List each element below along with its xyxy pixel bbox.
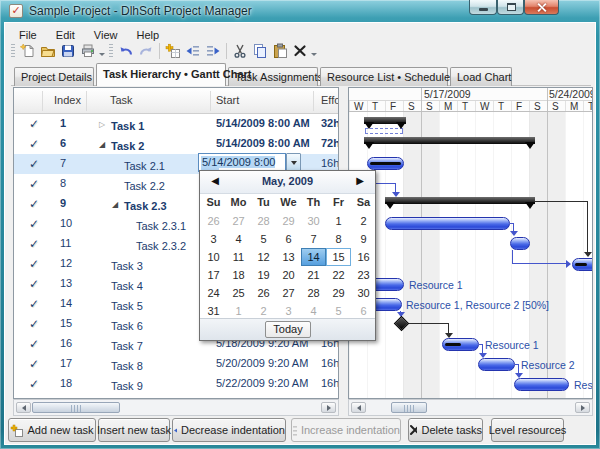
task-name-cell[interactable]: Task 2.2 [112, 177, 124, 189]
task-name-cell[interactable]: Task 6 [99, 317, 111, 329]
task-start[interactable]: 5/14/2009 8:00 AM [216, 137, 310, 149]
task-name-cell[interactable]: Task 2.3 [112, 197, 124, 210]
calendar-day[interactable]: 25 [226, 284, 251, 302]
calendar-day[interactable]: 20 [276, 266, 301, 284]
calendar-day[interactable]: 2 [351, 212, 376, 230]
calendar-day[interactable]: 13 [276, 248, 301, 266]
calendar-day[interactable]: 11 [226, 248, 251, 266]
column-divider[interactable] [313, 91, 314, 111]
column-divider[interactable] [86, 91, 87, 111]
gantt-bar[interactable] [478, 358, 515, 371]
calendar-day[interactable]: 17 [201, 266, 226, 284]
tree-expander-icon[interactable] [99, 117, 111, 130]
calendar-next-icon[interactable]: ▶ [352, 175, 368, 189]
column-divider[interactable] [42, 91, 43, 111]
column-header-start[interactable]: Start [216, 94, 239, 106]
task-name-cell[interactable]: Task 7 [99, 337, 111, 349]
column-header-task[interactable]: Task [110, 94, 133, 106]
open-project-icon[interactable] [38, 41, 58, 61]
calendar-day[interactable]: 9 [351, 230, 376, 248]
level-resources-button[interactable]: Level resources [491, 418, 564, 442]
calendar-day[interactable]: 15 [326, 248, 351, 266]
add-new-task-button[interactable]: Add new task [8, 418, 96, 442]
calendar-day[interactable]: 5 [251, 230, 276, 248]
task-name-cell[interactable]: Task 9 [99, 377, 111, 389]
column-header-effort[interactable]: Effort [321, 94, 339, 106]
calendar-day[interactable]: 29 [326, 284, 351, 302]
calendar-day[interactable]: 22 [326, 266, 351, 284]
add-task-icon[interactable] [163, 41, 183, 61]
calendar-day[interactable]: 23 [351, 266, 376, 284]
scroll-left-icon[interactable] [16, 402, 31, 413]
scroll-right-icon[interactable] [575, 402, 590, 413]
task-start[interactable]: 5/14/2009 8:00 AM [216, 117, 310, 129]
tree-expander-icon[interactable] [112, 197, 124, 210]
task-name-cell[interactable]: Task 2.3.2 [124, 237, 136, 249]
table-row[interactable]: 1 Task 1 5/14/2009 8:00 AM 32h [14, 114, 338, 134]
maximize-button[interactable] [497, 0, 524, 15]
minimize-button[interactable] [469, 0, 497, 15]
delete-tasks-button[interactable]: Delete tasks [408, 418, 483, 442]
task-effort[interactable]: 32h [321, 117, 339, 129]
task-start[interactable]: 5/22/2009 9:20 AM [216, 377, 308, 389]
title-bar[interactable]: Sample Project - DlhSoft Project Manager [0, 0, 600, 22]
task-effort[interactable]: 72h [321, 137, 339, 149]
paste-icon[interactable] [270, 41, 290, 61]
tab-task-hierarchy-gantt[interactable]: Task Hierarchy • Gantt Chart [96, 63, 226, 86]
task-name-cell[interactable]: Task 4 [99, 277, 111, 289]
calendar-day[interactable]: 24 [201, 284, 226, 302]
scrollbar-thumb[interactable] [32, 402, 120, 413]
tab-load-chart[interactable]: Load Chart [450, 67, 512, 86]
task-name-cell[interactable]: Task 8 [99, 357, 111, 369]
calendar-day[interactable]: 18 [226, 266, 251, 284]
tab-resource-list-schedule[interactable]: Resource List • Schedule Chart [320, 67, 448, 86]
gantt-bar[interactable] [364, 117, 406, 124]
calendar-day[interactable]: 10 [201, 248, 226, 266]
gantt-bar[interactable] [514, 378, 569, 391]
delete-icon[interactable] [290, 41, 310, 61]
calendar-day[interactable]: 6 [276, 230, 301, 248]
calendar-day[interactable]: 26 [201, 212, 226, 230]
calendar-day[interactable]: 14 [301, 248, 326, 266]
task-name-cell[interactable]: Task 2.3.1 [124, 217, 136, 229]
undo-icon[interactable] [116, 41, 136, 61]
tree-expander-icon[interactable] [99, 137, 111, 150]
increase-indentation-button[interactable]: Increase indentation [291, 418, 401, 442]
calendar-day[interactable]: 27 [276, 284, 301, 302]
task-name-cell[interactable]: Task 2.1 [112, 157, 124, 169]
today-button[interactable]: Today [265, 321, 311, 338]
decrease-indent-icon[interactable] [183, 41, 203, 61]
chart-horizontal-scrollbar[interactable] [348, 399, 593, 416]
calendar-day[interactable]: 19 [251, 266, 276, 284]
calendar-day[interactable]: 12 [251, 248, 276, 266]
table-row[interactable]: 17 Task 8 5/20/2009 9:20 AM 16h [14, 354, 338, 374]
print-options-dropdown-icon[interactable] [98, 42, 105, 60]
calendar-day[interactable]: 30 [351, 284, 376, 302]
gantt-bar[interactable] [385, 217, 510, 230]
task-effort[interactable]: 16h [321, 157, 339, 169]
cut-icon[interactable] [230, 41, 250, 61]
insert-new-task-button[interactable]: Insert new task [98, 418, 170, 442]
scroll-right-icon[interactable] [321, 402, 336, 413]
redo-icon[interactable] [136, 41, 156, 61]
new-document-icon[interactable] [18, 41, 38, 61]
print-icon[interactable] [78, 41, 98, 61]
column-divider[interactable] [210, 91, 211, 111]
calendar-day[interactable]: 28 [251, 212, 276, 230]
calendar-day[interactable]: 3 [201, 230, 226, 248]
calendar-day[interactable]: 29 [276, 212, 301, 230]
close-button[interactable] [524, 0, 559, 15]
calendar-day[interactable]: 28 [301, 284, 326, 302]
gantt-bar[interactable] [510, 237, 530, 250]
task-name-cell[interactable]: Task 2 [99, 137, 111, 150]
save-icon[interactable] [58, 41, 78, 61]
calendar-day[interactable]: 7 [301, 230, 326, 248]
decrease-indentation-button[interactable]: Decrease indentation [172, 418, 286, 442]
calendar-day[interactable]: 4 [226, 230, 251, 248]
increase-indent-icon[interactable] [203, 41, 223, 61]
toolbar-overflow-icon[interactable] [310, 42, 317, 60]
calendar-day[interactable]: 27 [226, 212, 251, 230]
gantt-bar[interactable] [364, 137, 535, 144]
calendar-day[interactable]: 8 [326, 230, 351, 248]
calendar-day[interactable]: 1 [326, 212, 351, 230]
